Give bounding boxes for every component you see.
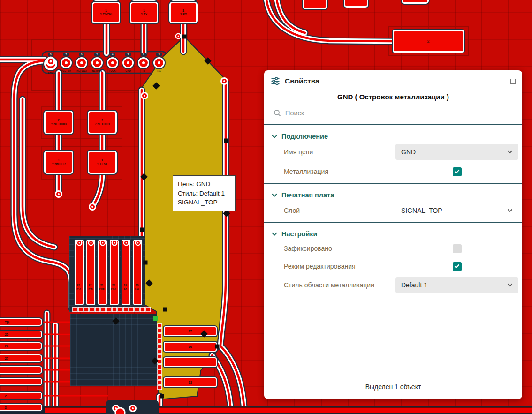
layer-value: SIGNAL_TOP (401, 207, 442, 214)
pcb-editor-window: 1 ? TOCKI 1 ? TX 1 ? RX 8 GND 7 VCC_MK 6… (0, 0, 532, 414)
chevron-down-icon (272, 135, 277, 138)
search-icon (274, 109, 281, 117)
selection-handles[interactable] (112, 35, 230, 399)
layer-row: Слой SIGNAL_TOP (264, 201, 522, 220)
pour-style-select[interactable]: Default 1 (395, 277, 518, 293)
fixed-row: Зафиксировано (264, 240, 522, 257)
smd-pad-column[interactable] (158, 324, 162, 390)
layer-label: Слой (284, 207, 395, 214)
sliders-icon (271, 76, 280, 86)
pour-style-row: Стиль области металлизации Default 1 (264, 275, 522, 295)
through-hole-pad[interactable] (115, 408, 125, 414)
chevron-down-icon (507, 283, 513, 287)
net-name-value: GND (401, 148, 416, 156)
net-name-label: Имя цепи (284, 148, 395, 156)
tooltip-net: Цепь: GND (178, 180, 230, 189)
net-name-select[interactable]: GND (395, 144, 518, 160)
edit-mode-label: Режим редактирования (284, 263, 395, 270)
search-placeholder: Поиск (285, 109, 304, 117)
chevron-down-icon (507, 150, 513, 154)
net-name-row: Имя цепи GND (264, 142, 522, 162)
search-field[interactable]: Поиск (264, 106, 522, 123)
chevron-down-icon (272, 193, 277, 197)
layer-select[interactable]: SIGNAL_TOP (395, 203, 518, 218)
metallization-row: Металлизация (264, 162, 522, 181)
tooltip-layer: SIGNAL_TOP (178, 198, 230, 207)
section-title: Подключение (281, 133, 328, 140)
chevron-down-icon (507, 209, 513, 212)
panel-header: Свойства (264, 70, 522, 88)
selected-object-title: GND ( Островок металлизации ) (264, 88, 522, 106)
section-board[interactable]: Печатная плата (264, 184, 522, 201)
metallization-checkbox[interactable] (453, 167, 462, 176)
via-pads[interactable] (46, 33, 228, 413)
active-vertex-handle[interactable] (153, 316, 158, 321)
section-settings[interactable]: Настройки (264, 223, 522, 240)
metallization-label: Металлизация (284, 168, 395, 175)
hover-tooltip: Цепь: GND Стиль: Default 1 SIGNAL_TOP (173, 175, 236, 211)
selection-status: Выделен 1 объект (264, 376, 522, 399)
check-icon (454, 264, 460, 269)
pour-style-label: Стиль области металлизации (284, 281, 395, 289)
tooltip-style: Стиль: Default 1 (178, 189, 230, 198)
pour-style-value: Default 1 (401, 281, 427, 289)
fixed-label: Зафиксировано (284, 245, 395, 252)
chevron-down-icon (272, 232, 277, 236)
panel-title: Свойства (285, 77, 319, 85)
section-title: Настройки (281, 230, 318, 238)
smd-pad-strip[interactable] (73, 307, 151, 312)
dock-icon[interactable] (510, 79, 516, 84)
section-title: Печатная плата (281, 191, 334, 199)
edit-mode-checkbox[interactable] (453, 262, 462, 271)
fixed-checkbox[interactable] (453, 244, 462, 253)
properties-panel: Свойства GND ( Островок металлизации ) П… (264, 70, 522, 399)
edit-mode-row: Режим редактирования (264, 257, 522, 275)
check-icon (454, 169, 460, 174)
section-connection[interactable]: Подключение (264, 125, 522, 142)
